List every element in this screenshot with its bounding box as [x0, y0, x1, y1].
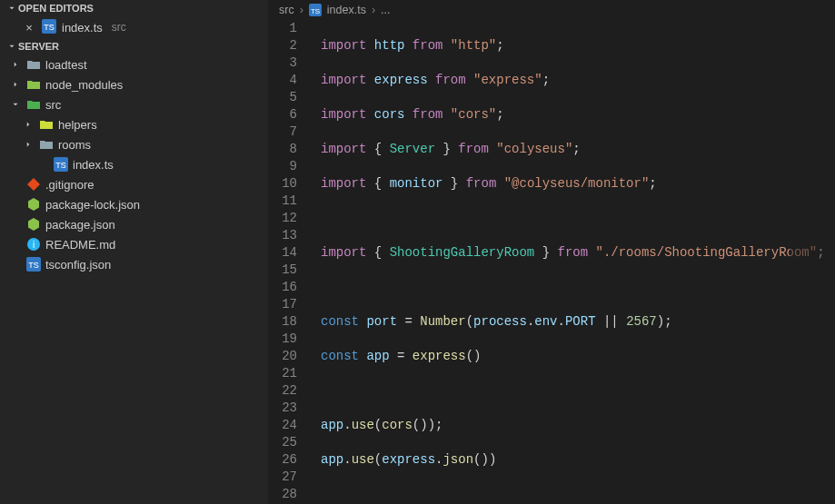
tree-label: rooms — [58, 138, 91, 152]
line-number: 17 — [268, 296, 297, 313]
tree-file-index-ts[interactable]: TS index.ts — [0, 154, 268, 174]
line-number: 28 — [268, 486, 297, 503]
svg-text:TS: TS — [44, 23, 55, 32]
info-icon: i — [25, 237, 42, 252]
editor-pane: src › TS index.ts › ... 1234567891011121… — [268, 0, 835, 504]
line-number-gutter: 1234567891011121314151617181920212223242… — [268, 20, 313, 504]
line-number: 21 — [268, 365, 297, 382]
chevron-right-icon — [22, 120, 35, 129]
tree-label: loadtest — [45, 58, 87, 72]
close-icon[interactable]: × — [22, 21, 36, 35]
ts-config-icon: TS — [25, 257, 42, 272]
tree-label: src — [45, 98, 61, 112]
folder-helpers-icon — [38, 118, 55, 131]
tree-label: package-lock.json — [45, 198, 140, 212]
chevron-right-icon: › — [300, 4, 303, 16]
chevron-right-icon — [9, 80, 22, 89]
tree-file-package-json[interactable]: package.json — [0, 214, 268, 234]
breadcrumb-segment[interactable]: src — [279, 4, 294, 16]
sidebar: OPEN EDITORS × TS index.ts src SERVER lo… — [0, 0, 268, 504]
svg-text:TS: TS — [28, 261, 39, 270]
tree-file-readme[interactable]: i README.md — [0, 234, 268, 254]
open-editor-path: src — [112, 21, 126, 34]
line-number: 22 — [268, 382, 297, 400]
line-number: 10 — [268, 175, 297, 193]
line-number: 5 — [268, 89, 297, 106]
ts-file-icon: TS — [309, 4, 322, 16]
line-number: 18 — [268, 313, 297, 331]
tree-label: helpers — [58, 118, 97, 132]
tree-folder-src[interactable]: src — [0, 94, 268, 114]
line-number: 8 — [268, 141, 297, 158]
tree-folder-helpers[interactable]: helpers — [0, 114, 268, 134]
code-lines[interactable]: import http from "http"; import express … — [313, 20, 835, 504]
line-number: 7 — [268, 124, 297, 141]
open-editors-header[interactable]: OPEN EDITORS — [0, 0, 268, 16]
line-number: 2 — [268, 37, 297, 54]
tree-label: package.json — [45, 218, 115, 232]
tree-file-tsconfig[interactable]: TS tsconfig.json — [0, 254, 268, 274]
line-number: 3 — [268, 54, 297, 72]
tree-file-package-lock[interactable]: package-lock.json — [0, 194, 268, 214]
nodejs-icon — [25, 197, 42, 212]
git-icon — [25, 177, 42, 192]
chevron-right-icon — [22, 140, 35, 149]
open-editor-tab[interactable]: × TS index.ts src — [0, 16, 268, 38]
code-editor[interactable]: 1234567891011121314151617181920212223242… — [268, 20, 835, 504]
chevron-down-icon — [5, 4, 18, 13]
line-number: 23 — [268, 400, 297, 417]
folder-node-icon — [25, 78, 42, 91]
line-number: 12 — [268, 210, 297, 227]
tree-label: index.ts — [73, 158, 114, 172]
minimap[interactable] — [790, 20, 835, 504]
tree-label: tsconfig.json — [45, 258, 111, 272]
breadcrumb-segment[interactable]: ... — [381, 4, 390, 16]
line-number: 9 — [268, 158, 297, 175]
chevron-down-icon — [5, 42, 18, 51]
folder-src-icon — [25, 98, 42, 111]
line-number: 14 — [268, 244, 297, 262]
tree-label: .gitignore — [45, 178, 94, 192]
chevron-right-icon: › — [372, 4, 375, 16]
folder-icon — [25, 58, 42, 71]
ts-file-icon: TS — [53, 157, 69, 172]
tree-folder-node-modules[interactable]: node_modules — [0, 74, 268, 94]
line-number: 27 — [268, 469, 297, 486]
svg-text:TS: TS — [311, 7, 320, 15]
nodejs-icon — [25, 217, 42, 232]
folder-icon — [38, 138, 55, 151]
line-number: 19 — [268, 331, 297, 348]
tree-file-gitignore[interactable]: .gitignore — [0, 174, 268, 194]
explorer-header[interactable]: SERVER — [0, 38, 268, 54]
line-number: 16 — [268, 279, 297, 296]
breadcrumb-segment[interactable]: index.ts — [327, 4, 366, 16]
ts-file-icon: TS — [42, 19, 56, 36]
tree-folder-rooms[interactable]: rooms — [0, 134, 268, 154]
line-number: 24 — [268, 417, 297, 434]
breadcrumb[interactable]: src › TS index.ts › ... — [268, 0, 835, 20]
chevron-down-icon — [9, 100, 22, 109]
line-number: 20 — [268, 348, 297, 365]
tree-label: node_modules — [45, 78, 123, 92]
tree-folder-loadtest[interactable]: loadtest — [0, 54, 268, 74]
line-number: 4 — [268, 72, 297, 89]
line-number: 6 — [268, 106, 297, 124]
explorer-label: SERVER — [18, 41, 59, 52]
open-editors-label: OPEN EDITORS — [18, 3, 94, 14]
chevron-right-icon — [9, 60, 22, 69]
open-editor-filename: index.ts — [62, 21, 103, 35]
line-number: 25 — [268, 434, 297, 451]
svg-text:i: i — [33, 240, 35, 250]
line-number: 13 — [268, 227, 297, 244]
line-number: 1 — [268, 20, 297, 37]
tree-label: README.md — [45, 238, 115, 252]
line-number: 11 — [268, 193, 297, 210]
line-number: 15 — [268, 262, 297, 279]
line-number: 26 — [268, 451, 297, 469]
svg-text:TS: TS — [55, 161, 66, 170]
